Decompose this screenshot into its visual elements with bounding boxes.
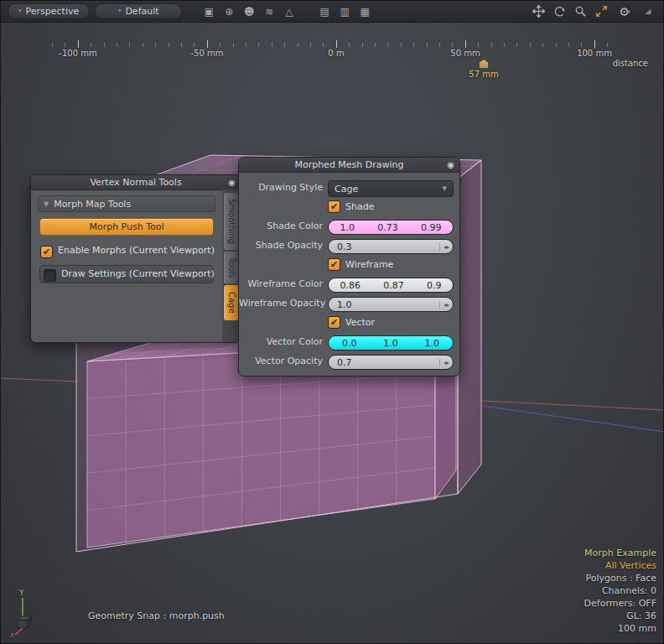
vector-opacity-slider[interactable]: 0.7 ◂▸ (328, 355, 454, 370)
tab-smoothing[interactable]: Smoothing (224, 193, 239, 250)
checkbox-label: Wireframe (345, 257, 393, 273)
panel-title: Morphed Mesh Drawing (294, 159, 403, 170)
info-line: Morph Example (584, 547, 656, 559)
checkbox-label: Vector (345, 314, 375, 331)
enable-morphs-checkbox[interactable]: ✔ (40, 246, 53, 258)
color-g: 1.0 (383, 338, 398, 349)
layout-icons: ▤ ▥ ▦ (316, 3, 373, 20)
field-label (239, 314, 328, 331)
check-icon: ✔ (330, 317, 338, 328)
geometry-snap-status: Geometry Snap : morph.push (88, 610, 225, 621)
wireframe-opacity-slider[interactable]: 1.0 ◂▸ (328, 297, 454, 312)
camera-icon[interactable]: ▣ (200, 3, 217, 20)
fit-view-icon[interactable] (593, 3, 610, 20)
field-label (239, 257, 328, 273)
info-line: Polygons : Face (584, 572, 656, 584)
chevron-down-icon: ▾ (118, 8, 122, 14)
draw-settings-checkbox[interactable] (44, 269, 56, 282)
color-g: 0.87 (383, 280, 404, 291)
z-axis-line (482, 406, 664, 432)
shade-color-field[interactable]: 1.0 0.73 0.99 (328, 220, 454, 235)
chevron-down-icon: ▼ (443, 185, 447, 192)
shade-opacity-slider[interactable]: 0.3 ◂▸ (328, 239, 454, 254)
viewport-option-icons: ▣ ⊕ ☻ ≋ △ (200, 3, 298, 20)
head-icon[interactable]: ☻ (241, 3, 257, 20)
drawing-style-row: Drawing Style Cage ▼ (239, 179, 454, 196)
viewport-info-readout: Morph Example All Vertices Polygons : Fa… (584, 547, 656, 635)
wireframe-row: ✔ Wireframe (239, 257, 454, 273)
field-label: Wireframe Color (239, 276, 328, 293)
info-line: GL: 36 (584, 610, 656, 622)
info-line: Deformers: OFF (584, 597, 656, 610)
mini-slider-icon[interactable]: ◂▸ (439, 359, 449, 366)
info-line: All Vertices (584, 559, 656, 572)
zoom-icon[interactable] (572, 3, 589, 20)
color-g: 0.73 (377, 222, 398, 233)
field-label: Shade Color (239, 218, 328, 235)
perspective-dropdown[interactable]: ▾ Perspective (8, 3, 90, 19)
mmd-titlebar[interactable]: Morphed Mesh Drawing ◉ (239, 158, 459, 173)
vertex-normal-tools-panel: Vertex Normal Tools ◉ ▼ Morph Map Tools … (30, 174, 241, 343)
vnt-titlebar[interactable]: Vertex Normal Tools ◉ (31, 175, 241, 190)
vector-checkbox[interactable]: ✔ (328, 316, 340, 329)
gizmo-cube-front (18, 620, 28, 628)
target-icon[interactable]: ◉ (447, 161, 454, 169)
morph-map-tools-section[interactable]: ▼ Morph Map Tools (38, 195, 215, 212)
chevron-down-icon: ▾ (628, 9, 630, 14)
vnt-body: ▼ Morph Map Tools Morph Push Tool ✔ Enab… (31, 190, 222, 342)
book-icon[interactable]: ▦ (356, 3, 373, 20)
waves-icon[interactable]: ≋ (261, 3, 278, 20)
color-r: 0.86 (340, 280, 361, 291)
layout-icon[interactable]: ▤ (316, 3, 333, 20)
tab-tools[interactable]: Tools (224, 252, 239, 283)
wireframe-opacity-row: Wireframe Opacity 1.0 ◂▸ (239, 295, 454, 312)
field-label: Vector Color (239, 334, 328, 351)
vector-color-field[interactable]: 0.0 1.0 1.0 (328, 335, 454, 351)
field-label: Drawing Style (239, 179, 328, 196)
target-icon[interactable]: ◉ (228, 179, 236, 187)
mesh-icon[interactable]: △ (281, 3, 298, 20)
thumb-grip-icon[interactable]: ◢ (640, 3, 656, 20)
navigation-icons: ⚙ ▾ ◢ (530, 3, 656, 20)
color-b: 1.0 (425, 338, 440, 349)
globe-icon[interactable]: ⊕ (220, 3, 237, 20)
vector-opacity-row: Vector Opacity 0.7 ◂▸ (239, 353, 454, 370)
gear-icon[interactable]: ⚙ ▾ (614, 3, 635, 20)
perspective-label: Perspective (26, 6, 80, 17)
shade-checkbox[interactable]: ✔ (328, 200, 340, 213)
info-line: 100 mm (584, 622, 656, 635)
drawing-style-dropdown[interactable]: Cage ▼ (328, 180, 454, 197)
panel-title: Vertex Normal Tools (90, 177, 181, 188)
shading-style-dropdown[interactable]: ▾ Default (95, 3, 182, 19)
vector-row: ✔ Vector (239, 314, 454, 331)
draw-settings-button[interactable]: Draw Settings (Current Viewport) (39, 265, 214, 283)
page-icon[interactable]: ▥ (336, 3, 353, 20)
viewport-toolbar: ▾ Perspective ▾ Default ▣ ⊕ ☻ ≋ △ ▤ ▥ ▦ (1, 1, 663, 23)
check-icon: ✔ (43, 247, 50, 257)
mini-slider-icon[interactable]: ◂▸ (439, 243, 449, 251)
checkbox-label: Enable Morphs (Current Viewport) (58, 242, 215, 259)
wireframe-color-row: Wireframe Color 0.86 0.87 0.9 (239, 276, 454, 293)
morph-push-tool-button[interactable]: Morph Push Tool (39, 218, 214, 236)
wireframe-color-field[interactable]: 0.86 0.87 0.9 (328, 278, 454, 293)
wireframe-checkbox[interactable]: ✔ (328, 258, 340, 271)
dropdown-value: Cage (335, 184, 358, 195)
shade-color-row: Shade Color 1.0 0.73 0.99 (239, 218, 454, 235)
mini-slider-icon[interactable]: ◂▸ (439, 301, 449, 309)
check-icon: ✔ (330, 259, 338, 270)
x-axis-label: x (10, 631, 14, 638)
shade-row: ✔ Shade (239, 199, 454, 216)
x-axis-line (1, 378, 78, 382)
modo-viewport-window: ▾ Perspective ▾ Default ▣ ⊕ ☻ ≋ △ ▤ ▥ ▦ (0, 0, 664, 644)
tab-cage[interactable]: Cage (224, 285, 239, 320)
x-axis-line (482, 401, 664, 410)
pan-icon[interactable] (530, 3, 547, 20)
slider-value: 1.0 (337, 299, 352, 310)
color-r: 0.0 (342, 338, 357, 349)
orbit-icon[interactable] (551, 3, 568, 20)
shade-opacity-row: Shade Opacity 0.3 ◂▸ (239, 237, 454, 254)
color-b: 0.9 (427, 280, 442, 291)
chevron-down-icon: ▾ (18, 8, 22, 14)
section-label: Morph Map Tools (54, 199, 131, 210)
field-label: Shade Opacity (239, 237, 328, 254)
